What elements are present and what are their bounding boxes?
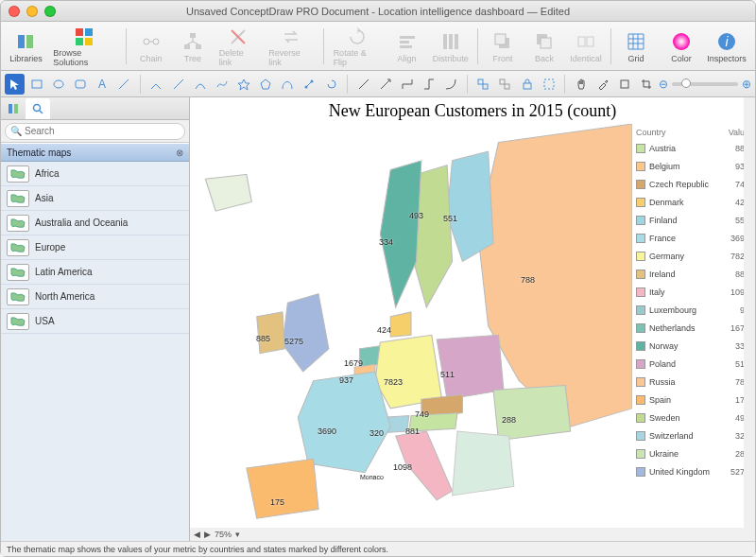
libraries-button[interactable]: Libraries — [7, 24, 45, 69]
legend-name: Germany — [649, 252, 730, 261]
zoom-dropdown-icon[interactable]: ▾ — [235, 530, 240, 539]
page-prev-icon[interactable]: ◀ — [194, 530, 200, 539]
svg-rect-32 — [32, 80, 42, 88]
legend-swatch — [636, 467, 645, 477]
legend-name: Luxembourg — [649, 305, 740, 315]
color-label: Color — [671, 54, 692, 63]
close-icon[interactable]: ⊗ — [176, 148, 183, 158]
map-label-ukraine: 288 — [502, 415, 516, 425]
zoom-in-icon[interactable]: ⊕ — [742, 78, 751, 91]
align-button[interactable]: Align — [388, 24, 426, 69]
crop-tool[interactable] — [637, 74, 657, 95]
container-tool[interactable] — [539, 74, 558, 95]
library-item-usa[interactable]: USA — [1, 309, 189, 334]
rotate-tool[interactable] — [321, 74, 341, 95]
reverse-link-label: Reverse link — [268, 48, 314, 67]
legend-swatch — [636, 287, 645, 297]
library-item-latin-america[interactable]: Latin America — [1, 260, 189, 285]
library-item-asia[interactable]: Asia — [1, 186, 189, 211]
app-window: Unsaved ConceptDraw PRO Document - Locat… — [0, 0, 756, 557]
pointer-tool[interactable] — [5, 74, 25, 95]
horizontal-scrollbar[interactable]: ◀ ▶ 75% ▾ — [190, 528, 755, 541]
legend-name: Spain — [649, 395, 735, 405]
map-label-sweden: 493 — [409, 211, 423, 220]
ellipse-tool[interactable] — [48, 74, 68, 95]
window-title: Unsaved ConceptDraw PRO Document - Locat… — [1, 6, 755, 17]
svg-line-40 — [359, 79, 369, 89]
arc-tool[interactable] — [190, 74, 210, 95]
hand-tool[interactable] — [571, 74, 591, 95]
vertical-scrollbar[interactable] — [744, 97, 755, 528]
back-button[interactable]: Back — [525, 24, 563, 69]
legend-row: Italy1098 — [632, 283, 753, 301]
chain-button[interactable]: Chain — [132, 24, 170, 69]
star-tool[interactable] — [233, 74, 253, 95]
library-item-north-america[interactable]: North America — [1, 285, 189, 309]
svg-rect-42 — [478, 79, 483, 84]
svg-rect-3 — [85, 28, 93, 36]
library-item-australia-and-oceania[interactable]: Australia and Oceania — [1, 211, 189, 235]
legend-name: Finland — [649, 216, 735, 225]
route2-tool[interactable] — [419, 74, 438, 95]
poly-tool[interactable] — [256, 74, 276, 95]
sidebar-tab-search[interactable] — [26, 98, 50, 119]
front-button[interactable]: Front — [484, 24, 522, 69]
line-arrow-tool[interactable] — [375, 74, 395, 95]
text-tool[interactable]: A — [93, 74, 112, 95]
identical-button[interactable]: Identical — [567, 24, 605, 69]
curve-conn-tool[interactable] — [441, 74, 461, 95]
map-label-uk: 5275 — [284, 337, 303, 346]
svg-point-29 — [673, 33, 690, 50]
library-header[interactable]: Thematic maps ⊗ — [1, 143, 189, 162]
svg-rect-9 — [190, 33, 196, 38]
color-button[interactable]: Color — [662, 24, 700, 69]
svg-line-14 — [193, 42, 198, 44]
lock-tool[interactable] — [517, 74, 537, 95]
distribute-button[interactable]: Distribute — [430, 24, 472, 69]
line1-tool[interactable] — [353, 74, 373, 95]
edit-points-tool[interactable] — [300, 74, 319, 95]
library-item-label: Africa — [35, 168, 60, 179]
library-item-europe[interactable]: Europe — [1, 235, 189, 260]
zoom-slider[interactable] — [672, 82, 738, 86]
svg-rect-46 — [524, 83, 531, 89]
group-tool[interactable] — [473, 74, 493, 95]
library-item-label: Australia and Oceania — [35, 218, 128, 228]
format-tool[interactable] — [615, 74, 635, 95]
library-item-africa[interactable]: Africa — [1, 162, 189, 186]
browse-solutions-button[interactable]: Browse Solutions — [49, 24, 120, 69]
roundrect-tool[interactable] — [70, 74, 90, 95]
reverse-link-button[interactable]: Reverse link — [265, 24, 318, 69]
zoom-out-icon[interactable]: ⊖ — [659, 78, 668, 91]
connector-tool[interactable] — [114, 74, 134, 95]
search-input[interactable] — [5, 123, 185, 140]
eyedrop-tool[interactable] — [593, 74, 612, 95]
svg-rect-50 — [14, 104, 18, 113]
sidebar-tab-libraries[interactable] — [1, 98, 26, 119]
status-text: The thematic map shows the values of you… — [7, 545, 388, 554]
rotate-flip-button[interactable]: Rotate & Flip — [330, 24, 385, 69]
svg-line-52 — [40, 111, 43, 113]
spline-tool[interactable] — [212, 74, 232, 95]
library-list: AfricaAsiaAustralia and OceaniaEuropeLat… — [1, 162, 189, 541]
shape-toolbar: A ⊖ ⊕ — [1, 71, 755, 97]
legend: Country Value Austria881Belgium937Czech … — [632, 126, 753, 480]
bezier-tool[interactable] — [278, 74, 298, 95]
delete-link-button[interactable]: Delete link — [215, 24, 261, 69]
zoom-control: ⊖ ⊕ — [659, 78, 751, 91]
smart-connector-tool[interactable] — [146, 74, 166, 95]
legend-swatch — [636, 234, 645, 243]
svg-rect-27 — [578, 37, 585, 46]
tree-button[interactable]: Tree — [174, 24, 212, 69]
line-tool[interactable] — [168, 74, 188, 95]
inspectors-button[interactable]: i Inspectors — [704, 24, 749, 69]
route-tool[interactable] — [397, 74, 417, 95]
canvas[interactable]: New European Customers in 2015 (count) — [190, 97, 755, 541]
map-thumb-icon — [7, 190, 29, 207]
grid-button[interactable]: Grid — [617, 24, 655, 69]
rect-tool[interactable] — [26, 74, 46, 95]
map-thumb-icon — [7, 264, 29, 281]
legend-swatch — [636, 180, 645, 189]
ungroup-tool[interactable] — [495, 74, 515, 95]
page-next-icon[interactable]: ▶ — [204, 530, 211, 539]
